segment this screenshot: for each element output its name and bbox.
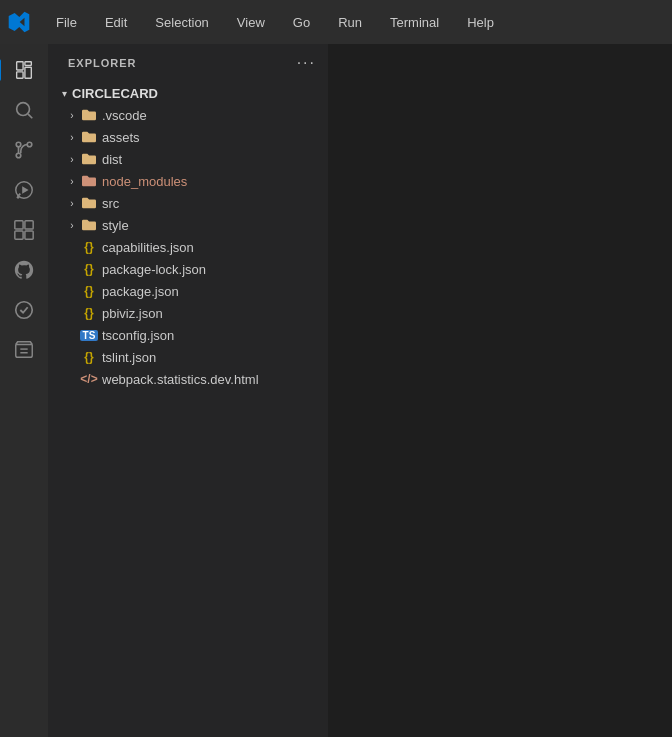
list-item[interactable]: › {} pbiviz.json: [48, 302, 328, 324]
svg-line-5: [28, 114, 32, 118]
folder-icon: [80, 218, 98, 232]
folder-arrow: ›: [64, 198, 80, 209]
root-arrow: ▾: [56, 88, 72, 99]
activity-icon-source-control[interactable]: [6, 132, 42, 168]
svg-point-8: [27, 142, 32, 147]
json-icon: {}: [80, 284, 98, 298]
html-icon: </>: [80, 372, 98, 386]
activity-icon-search[interactable]: [6, 92, 42, 128]
json-icon: {}: [80, 240, 98, 254]
activity-icon-todo[interactable]: [6, 292, 42, 328]
menu-run[interactable]: Run: [332, 13, 368, 32]
explorer-more-icon[interactable]: ···: [297, 54, 316, 72]
item-label: package.json: [102, 284, 320, 299]
svg-point-13: [17, 196, 20, 199]
folder-arrow: ›: [64, 110, 80, 121]
vscode-logo: [8, 11, 30, 33]
folder-icon: [80, 130, 98, 144]
root-label: CIRCLECARD: [72, 86, 320, 101]
titlebar: File Edit Selection View Go Run Terminal…: [0, 0, 672, 44]
item-label: node_modules: [102, 174, 320, 189]
list-item[interactable]: › {} package-lock.json: [48, 258, 328, 280]
activity-icon-explorer[interactable]: [6, 52, 42, 88]
menu-help[interactable]: Help: [461, 13, 500, 32]
folder-icon: [80, 108, 98, 122]
item-label: pbiviz.json: [102, 306, 320, 321]
explorer-title: EXPLORER: [68, 57, 137, 69]
item-label: package-lock.json: [102, 262, 320, 277]
item-label: style: [102, 218, 320, 233]
list-item[interactable]: › style: [48, 214, 328, 236]
json-icon: {}: [80, 350, 98, 364]
folder-arrow: ›: [64, 176, 80, 187]
folder-arrow: ›: [64, 220, 80, 231]
menu-edit[interactable]: Edit: [99, 13, 133, 32]
folder-arrow: ›: [64, 132, 80, 143]
folder-icon: [80, 196, 98, 210]
svg-point-18: [16, 302, 33, 319]
menu-view[interactable]: View: [231, 13, 271, 32]
list-item[interactable]: › {} capabilities.json: [48, 236, 328, 258]
item-label: tsconfig.json: [102, 328, 320, 343]
activity-icon-run[interactable]: [6, 172, 42, 208]
menu-selection[interactable]: Selection: [149, 13, 214, 32]
tree-root[interactable]: ▾ CIRCLECARD: [48, 82, 328, 104]
svg-marker-11: [22, 186, 28, 193]
activity-icon-github[interactable]: [6, 252, 42, 288]
menu-file[interactable]: File: [50, 13, 83, 32]
svg-rect-16: [15, 231, 23, 239]
explorer-header: EXPLORER ···: [48, 44, 328, 82]
ts-icon: TS: [80, 330, 98, 341]
menu-terminal[interactable]: Terminal: [384, 13, 445, 32]
svg-rect-1: [17, 72, 23, 78]
item-label: src: [102, 196, 320, 211]
main-layout: EXPLORER ··· ▾ CIRCLECARD › .vscode: [0, 44, 672, 737]
list-item[interactable]: › TS tsconfig.json: [48, 324, 328, 346]
file-tree: ▾ CIRCLECARD › .vscode › assets: [48, 82, 328, 737]
svg-rect-3: [25, 67, 31, 78]
folder-arrow: ›: [64, 154, 80, 165]
item-label: .vscode: [102, 108, 320, 123]
item-label: dist: [102, 152, 320, 167]
item-label: assets: [102, 130, 320, 145]
folder-icon: [80, 174, 98, 188]
editor-area: [328, 44, 672, 737]
svg-rect-2: [25, 62, 31, 66]
folder-icon: [80, 152, 98, 166]
list-item[interactable]: › .vscode: [48, 104, 328, 126]
sidebar: EXPLORER ··· ▾ CIRCLECARD › .vscode: [48, 44, 328, 737]
item-label: capabilities.json: [102, 240, 320, 255]
svg-point-4: [17, 103, 30, 116]
list-item[interactable]: › assets: [48, 126, 328, 148]
json-icon: {}: [80, 262, 98, 276]
svg-point-6: [16, 142, 21, 147]
svg-point-7: [16, 153, 21, 158]
menu-go[interactable]: Go: [287, 13, 316, 32]
item-label: tslint.json: [102, 350, 320, 365]
svg-rect-15: [25, 221, 33, 229]
activity-icon-filenesting[interactable]: [6, 332, 42, 368]
activity-icon-extensions[interactable]: [6, 212, 42, 248]
svg-rect-17: [25, 231, 33, 239]
list-item[interactable]: › dist: [48, 148, 328, 170]
list-item[interactable]: › {} tslint.json: [48, 346, 328, 368]
activity-bar: [0, 44, 48, 737]
svg-rect-14: [15, 221, 23, 229]
json-icon: {}: [80, 306, 98, 320]
list-item[interactable]: › {} package.json: [48, 280, 328, 302]
list-item[interactable]: › </> webpack.statistics.dev.html: [48, 368, 328, 390]
list-item[interactable]: › node_modules: [48, 170, 328, 192]
list-item[interactable]: › src: [48, 192, 328, 214]
svg-rect-0: [17, 62, 23, 70]
item-label: webpack.statistics.dev.html: [102, 372, 320, 387]
